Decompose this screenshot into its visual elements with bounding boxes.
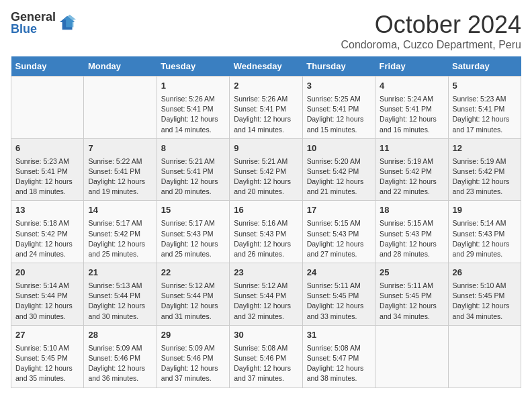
calendar-cell: 29Sunrise: 5:09 AM Sunset: 5:46 PM Dayli…: [157, 325, 229, 387]
day-info: Sunrise: 5:20 AM Sunset: 5:42 PM Dayligh…: [307, 156, 371, 197]
calendar-cell: 6Sunrise: 5:23 AM Sunset: 5:41 PM Daylig…: [11, 138, 84, 201]
calendar-cell: 20Sunrise: 5:14 AM Sunset: 5:44 PM Dayli…: [11, 263, 84, 326]
day-number: 7: [88, 142, 152, 155]
calendar-cell: 14Sunrise: 5:17 AM Sunset: 5:42 PM Dayli…: [84, 201, 157, 263]
day-info: Sunrise: 5:26 AM Sunset: 5:41 PM Dayligh…: [161, 94, 225, 135]
calendar-cell: 24Sunrise: 5:11 AM Sunset: 5:45 PM Dayli…: [302, 263, 375, 326]
calendar-cell: 27Sunrise: 5:10 AM Sunset: 5:45 PM Dayli…: [11, 325, 84, 387]
calendar-cell: 3Sunrise: 5:25 AM Sunset: 5:41 PM Daylig…: [302, 77, 375, 139]
calendar-cell: 17Sunrise: 5:15 AM Sunset: 5:43 PM Dayli…: [302, 201, 375, 263]
calendar-cell: 2Sunrise: 5:26 AM Sunset: 5:41 PM Daylig…: [230, 77, 302, 139]
logo: General Blue: [11, 11, 77, 35]
calendar-cell: 12Sunrise: 5:19 AM Sunset: 5:42 PM Dayli…: [448, 138, 521, 201]
calendar-cell: 22Sunrise: 5:12 AM Sunset: 5:44 PM Dayli…: [157, 263, 229, 326]
day-info: Sunrise: 5:18 AM Sunset: 5:42 PM Dayligh…: [15, 218, 79, 259]
calendar-cell: 15Sunrise: 5:17 AM Sunset: 5:43 PM Dayli…: [157, 201, 229, 263]
day-number: 30: [234, 329, 298, 342]
calendar-table: SundayMondayTuesdayWednesdayThursdayFrid…: [11, 56, 521, 388]
day-number: 14: [88, 204, 152, 217]
page-header: General Blue October 2024 Condoroma, Cuz…: [11, 11, 521, 51]
day-info: Sunrise: 5:14 AM Sunset: 5:43 PM Dayligh…: [453, 218, 517, 259]
calendar-cell: 9Sunrise: 5:21 AM Sunset: 5:42 PM Daylig…: [230, 138, 302, 201]
day-number: 24: [307, 267, 371, 279]
day-info: Sunrise: 5:09 AM Sunset: 5:46 PM Dayligh…: [88, 343, 152, 384]
calendar-cell: [84, 77, 157, 139]
day-number: 4: [380, 80, 443, 93]
day-info: Sunrise: 5:25 AM Sunset: 5:41 PM Dayligh…: [307, 94, 371, 135]
day-number: 31: [307, 329, 371, 342]
day-info: Sunrise: 5:10 AM Sunset: 5:45 PM Dayligh…: [453, 281, 517, 322]
header-row: SundayMondayTuesdayWednesdayThursdayFrid…: [11, 56, 521, 77]
calendar-header: SundayMondayTuesdayWednesdayThursdayFrid…: [11, 56, 521, 77]
day-number: 8: [161, 142, 225, 155]
calendar-cell: 21Sunrise: 5:13 AM Sunset: 5:44 PM Dayli…: [84, 263, 157, 326]
calendar-cell: 31Sunrise: 5:08 AM Sunset: 5:47 PM Dayli…: [302, 325, 375, 387]
day-number: 9: [234, 142, 298, 155]
day-info: Sunrise: 5:17 AM Sunset: 5:43 PM Dayligh…: [161, 218, 225, 259]
calendar-cell: 28Sunrise: 5:09 AM Sunset: 5:46 PM Dayli…: [84, 325, 157, 387]
day-info: Sunrise: 5:17 AM Sunset: 5:42 PM Dayligh…: [88, 218, 152, 259]
day-number: 3: [307, 80, 371, 93]
calendar-cell: 4Sunrise: 5:24 AM Sunset: 5:41 PM Daylig…: [375, 77, 448, 139]
day-number: 16: [234, 204, 298, 217]
calendar-cell: 16Sunrise: 5:16 AM Sunset: 5:43 PM Dayli…: [230, 201, 302, 263]
day-number: 12: [453, 142, 517, 155]
day-info: Sunrise: 5:23 AM Sunset: 5:41 PM Dayligh…: [15, 156, 79, 197]
header-cell-monday: Monday: [84, 56, 157, 77]
calendar-cell: 25Sunrise: 5:11 AM Sunset: 5:45 PM Dayli…: [375, 263, 448, 326]
calendar-cell: [11, 77, 84, 139]
logo-line1: General: [11, 11, 56, 23]
day-number: 18: [380, 204, 443, 217]
logo-line2: Blue: [11, 23, 56, 35]
day-info: Sunrise: 5:21 AM Sunset: 5:41 PM Dayligh…: [161, 156, 225, 197]
calendar-cell: 23Sunrise: 5:12 AM Sunset: 5:44 PM Dayli…: [230, 263, 302, 326]
day-number: 22: [161, 267, 225, 279]
day-number: 15: [161, 204, 225, 217]
calendar-cell: [375, 325, 448, 387]
day-number: 17: [307, 204, 371, 217]
header-cell-wednesday: Wednesday: [230, 56, 302, 77]
day-info: Sunrise: 5:19 AM Sunset: 5:42 PM Dayligh…: [380, 156, 443, 197]
day-number: 2: [234, 80, 298, 93]
page-title: October 2024: [341, 11, 521, 39]
calendar-cell: 19Sunrise: 5:14 AM Sunset: 5:43 PM Dayli…: [448, 201, 521, 263]
calendar-cell: 18Sunrise: 5:15 AM Sunset: 5:43 PM Dayli…: [375, 201, 448, 263]
day-number: 1: [161, 80, 225, 93]
day-info: Sunrise: 5:21 AM Sunset: 5:42 PM Dayligh…: [234, 156, 298, 197]
calendar-cell: 8Sunrise: 5:21 AM Sunset: 5:41 PM Daylig…: [157, 138, 229, 201]
day-info: Sunrise: 5:13 AM Sunset: 5:44 PM Dayligh…: [88, 281, 152, 322]
day-info: Sunrise: 5:12 AM Sunset: 5:44 PM Dayligh…: [161, 281, 225, 322]
day-number: 10: [307, 142, 371, 155]
header-cell-sunday: Sunday: [11, 56, 84, 77]
day-info: Sunrise: 5:08 AM Sunset: 5:46 PM Dayligh…: [234, 343, 298, 384]
day-info: Sunrise: 5:09 AM Sunset: 5:46 PM Dayligh…: [161, 343, 225, 384]
day-number: 6: [15, 142, 79, 155]
day-info: Sunrise: 5:15 AM Sunset: 5:43 PM Dayligh…: [307, 218, 371, 259]
calendar-cell: 30Sunrise: 5:08 AM Sunset: 5:46 PM Dayli…: [230, 325, 302, 387]
day-info: Sunrise: 5:10 AM Sunset: 5:45 PM Dayligh…: [15, 343, 79, 384]
calendar-cell: 1Sunrise: 5:26 AM Sunset: 5:41 PM Daylig…: [157, 77, 229, 139]
page-subtitle: Condoroma, Cuzco Department, Peru: [341, 39, 521, 51]
week-row-3: 13Sunrise: 5:18 AM Sunset: 5:42 PM Dayli…: [11, 201, 521, 263]
day-info: Sunrise: 5:26 AM Sunset: 5:41 PM Dayligh…: [234, 94, 298, 135]
day-info: Sunrise: 5:14 AM Sunset: 5:44 PM Dayligh…: [15, 281, 79, 322]
week-row-5: 27Sunrise: 5:10 AM Sunset: 5:45 PM Dayli…: [11, 325, 521, 387]
day-info: Sunrise: 5:23 AM Sunset: 5:41 PM Dayligh…: [453, 94, 517, 135]
calendar-cell: 11Sunrise: 5:19 AM Sunset: 5:42 PM Dayli…: [375, 138, 448, 201]
calendar-cell: 7Sunrise: 5:22 AM Sunset: 5:41 PM Daylig…: [84, 138, 157, 201]
day-number: 27: [15, 329, 79, 342]
title-block: October 2024 Condoroma, Cuzco Department…: [341, 11, 521, 51]
day-number: 29: [161, 329, 225, 342]
calendar-body: 1Sunrise: 5:26 AM Sunset: 5:41 PM Daylig…: [11, 77, 521, 388]
day-number: 21: [88, 267, 152, 279]
header-cell-saturday: Saturday: [448, 56, 521, 77]
day-number: 5: [453, 80, 517, 93]
calendar-cell: 26Sunrise: 5:10 AM Sunset: 5:45 PM Dayli…: [448, 263, 521, 326]
calendar-cell: [448, 325, 521, 387]
day-info: Sunrise: 5:24 AM Sunset: 5:41 PM Dayligh…: [380, 94, 443, 135]
day-info: Sunrise: 5:11 AM Sunset: 5:45 PM Dayligh…: [307, 281, 371, 322]
day-number: 26: [453, 267, 517, 279]
day-info: Sunrise: 5:19 AM Sunset: 5:42 PM Dayligh…: [453, 156, 517, 197]
header-cell-tuesday: Tuesday: [157, 56, 229, 77]
calendar-cell: 10Sunrise: 5:20 AM Sunset: 5:42 PM Dayli…: [302, 138, 375, 201]
